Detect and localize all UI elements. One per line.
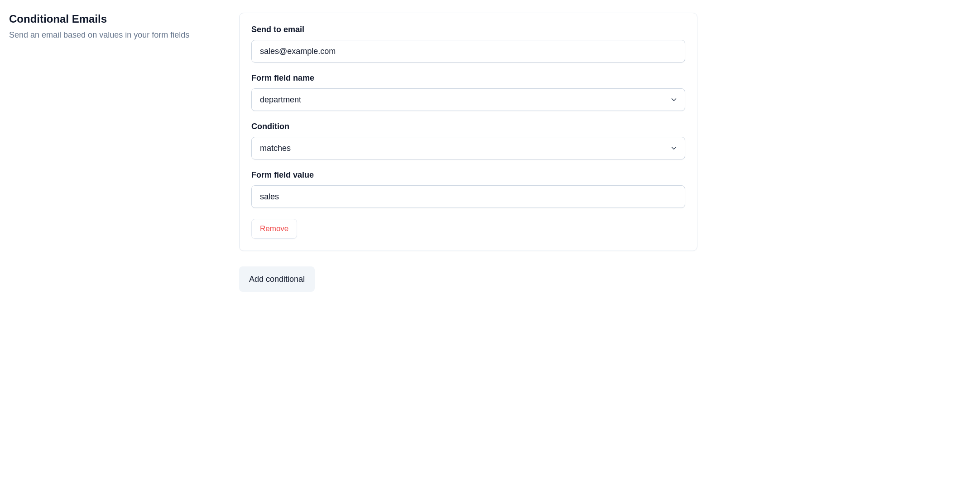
send-to-email-group: Send to email: [251, 25, 685, 63]
form-field-name-select-wrapper: department: [251, 88, 685, 111]
condition-value: matches: [260, 144, 291, 153]
form-field-value-label: Form field value: [251, 170, 685, 180]
condition-label: Condition: [251, 122, 685, 131]
form-field-name-value: department: [260, 95, 301, 105]
form-field-name-select[interactable]: department: [251, 88, 685, 111]
section-title: Conditional Emails: [9, 13, 217, 25]
form-field-name-group: Form field name department: [251, 73, 685, 111]
condition-select-wrapper: matches: [251, 137, 685, 159]
remove-button[interactable]: Remove: [251, 219, 297, 239]
section-description: Send an email based on values in your fo…: [9, 29, 217, 41]
add-conditional-button[interactable]: Add conditional: [239, 266, 315, 292]
section-sidebar: Conditional Emails Send an email based o…: [9, 13, 217, 292]
send-to-email-label: Send to email: [251, 25, 685, 34]
form-field-value-group: Form field value: [251, 170, 685, 208]
conditional-email-card: Send to email Form field name department…: [239, 13, 697, 251]
card-actions: Remove: [251, 219, 685, 239]
form-field-name-label: Form field name: [251, 73, 685, 83]
condition-select[interactable]: matches: [251, 137, 685, 159]
form-field-value-input[interactable]: [251, 185, 685, 208]
settings-container: Conditional Emails Send an email based o…: [9, 13, 697, 292]
condition-group: Condition matches: [251, 122, 685, 159]
section-main: Send to email Form field name department…: [239, 13, 697, 292]
send-to-email-input[interactable]: [251, 40, 685, 63]
